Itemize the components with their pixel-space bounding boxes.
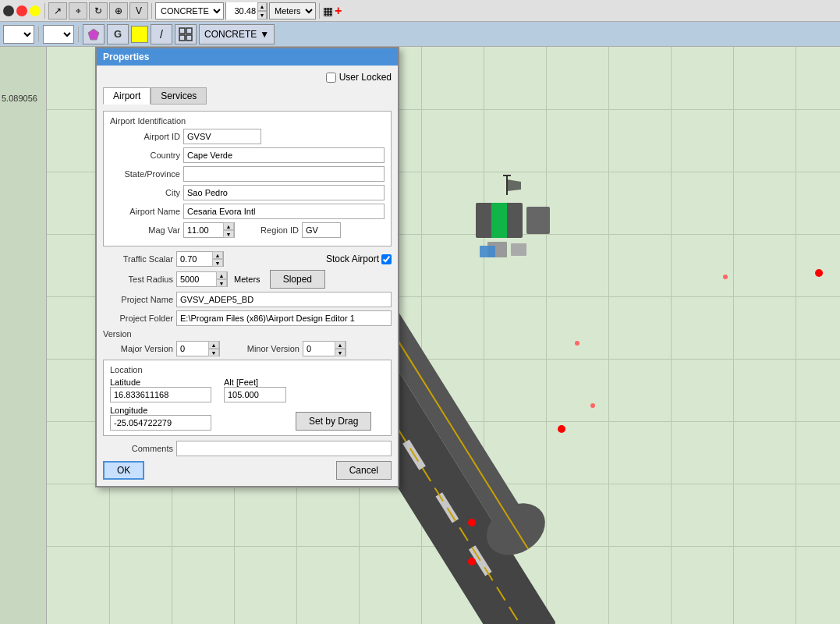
traffic-input[interactable] <box>177 252 212 266</box>
bar-chart-icon: ▦ <box>323 5 333 17</box>
project-name-input[interactable] <box>176 292 392 307</box>
latitude-input[interactable] <box>110 387 211 402</box>
project-name-label: Project Name <box>103 295 173 304</box>
sep5 <box>78 27 79 42</box>
region-id-input[interactable] <box>302 222 341 238</box>
dialog-buttons: OK Cancel <box>103 461 392 480</box>
t2-dropdown-left[interactable] <box>3 25 34 44</box>
comments-label: Comments <box>103 444 173 453</box>
grid-icon <box>179 27 193 41</box>
g-icon: G <box>114 28 122 40</box>
slash-icon-btn[interactable]: / <box>151 24 172 44</box>
set-by-drag-button[interactable]: Set by Drag <box>296 412 371 431</box>
tool1-icon: ↗ <box>54 5 62 16</box>
test-radius-down[interactable]: ▼ <box>216 279 227 287</box>
traffic-down[interactable]: ▼ <box>212 259 223 267</box>
value-down[interactable]: ▼ <box>257 11 267 20</box>
tool3-icon: ↻ <box>94 5 102 16</box>
mag-var-up[interactable]: ▲ <box>223 222 234 230</box>
circle-red-icon <box>16 5 27 16</box>
minor-version-up[interactable]: ▲ <box>335 341 346 349</box>
stock-airport-row: Stock Airport <box>326 254 392 264</box>
test-radius-input[interactable] <box>177 272 216 286</box>
svg-point-30 <box>575 341 579 346</box>
tool-btn-1[interactable]: ↗ <box>48 2 67 20</box>
location-inner: Latitude Longitude Alt [Feet] <box>110 378 385 431</box>
user-locked-row: User Locked <box>103 72 392 83</box>
svg-rect-18 <box>526 207 550 234</box>
unit-dropdown[interactable]: Meters <box>269 2 316 20</box>
location-title: Location <box>110 365 385 374</box>
user-locked-label: User Locked <box>339 72 392 83</box>
project-folder-input[interactable] <box>176 310 392 326</box>
svg-point-31 <box>590 403 595 408</box>
traffic-up[interactable]: ▲ <box>212 251 223 259</box>
airport-name-row: Airport Name <box>110 204 385 219</box>
airport-name-input[interactable] <box>183 204 385 219</box>
grid-icon-btn[interactable] <box>175 24 197 44</box>
stock-airport-checkbox[interactable] <box>381 254 392 264</box>
value-up[interactable]: ▲ <box>257 2 267 11</box>
yellow-square-btn[interactable] <box>131 26 148 43</box>
major-version-input[interactable] <box>177 342 208 356</box>
add-icon[interactable]: + <box>335 4 342 18</box>
version-label: Version <box>103 329 392 339</box>
city-row: City <box>110 185 385 200</box>
minor-version-down[interactable]: ▼ <box>335 349 346 356</box>
latitude-row: Latitude <box>110 378 211 402</box>
svg-rect-22 <box>480 246 495 257</box>
airport-identification-section: Airport Identification Airport ID Countr… <box>103 111 392 246</box>
tool-btn-2[interactable]: ⌖ <box>69 2 87 20</box>
minor-version-input[interactable] <box>303 342 335 356</box>
longitude-input[interactable] <box>110 415 211 431</box>
mag-var-down[interactable]: ▼ <box>223 230 234 238</box>
traffic-spinner: ▲ ▼ <box>176 251 224 267</box>
svg-marker-0 <box>88 29 99 40</box>
left-edge: 5.089056 <box>0 47 47 624</box>
tool-btn-3[interactable]: ↻ <box>89 2 108 20</box>
cancel-button[interactable]: Cancel <box>336 461 392 480</box>
concrete-badge-label: CONCRETE <box>204 29 257 40</box>
version-section: Version Major Version ▲ ▼ Minor Version <box>103 329 392 356</box>
t2-dropdown-mid[interactable] <box>43 25 74 44</box>
comments-input[interactable] <box>176 441 392 456</box>
sep2 <box>151 3 152 19</box>
user-locked-checkbox[interactable] <box>326 73 336 83</box>
value-input[interactable] <box>226 2 257 20</box>
airport-id-input[interactable] <box>183 129 261 144</box>
test-radius-up[interactable]: ▲ <box>216 271 227 279</box>
polygon-icon-btn[interactable] <box>83 24 105 44</box>
tool2-icon: ⌖ <box>76 5 81 16</box>
test-radius-unit: Meters <box>234 275 261 284</box>
country-input[interactable] <box>183 147 385 163</box>
concrete-badge[interactable]: CONCRETE ▼ <box>199 24 275 44</box>
version-row: Major Version ▲ ▼ Minor Version <box>103 341 392 356</box>
airport-id-label: Airport ID <box>110 132 180 141</box>
country-row: Country <box>110 147 385 163</box>
major-version-down[interactable]: ▼ <box>208 349 219 356</box>
tab-airport[interactable]: Airport <box>103 87 151 105</box>
sloped-button[interactable]: Sloped <box>270 270 325 289</box>
city-input[interactable] <box>183 185 385 200</box>
airport-name-label: Airport Name <box>110 207 180 216</box>
major-version-up[interactable]: ▲ <box>208 341 219 349</box>
value-input-group: ▲ ▼ <box>225 2 268 20</box>
dialog-tabs: Airport Services <box>103 87 392 105</box>
concrete-dropdown[interactable]: CONCRETE <box>155 2 224 20</box>
g-icon-btn[interactable]: G <box>107 24 129 44</box>
sep3 <box>319 3 320 19</box>
value-spinner: ▲ ▼ <box>257 2 267 20</box>
tool-btn-5[interactable]: V <box>129 2 148 20</box>
dialog-title-text: Properties <box>103 51 149 62</box>
tool5-icon: V <box>136 5 142 16</box>
test-radius-row: Test Radius ▲ ▼ Meters Sloped <box>103 270 392 289</box>
state-input[interactable] <box>183 166 385 182</box>
ok-button[interactable]: OK <box>103 461 144 480</box>
alt-input[interactable] <box>224 387 286 402</box>
mag-var-input[interactable] <box>184 223 223 237</box>
svg-point-32 <box>723 275 728 279</box>
map-area[interactable]: Properties User Locked Airport Services … <box>47 47 840 624</box>
svg-rect-1 <box>179 28 185 34</box>
tool-btn-4[interactable]: ⊕ <box>109 2 128 20</box>
tab-services[interactable]: Services <box>151 87 207 105</box>
